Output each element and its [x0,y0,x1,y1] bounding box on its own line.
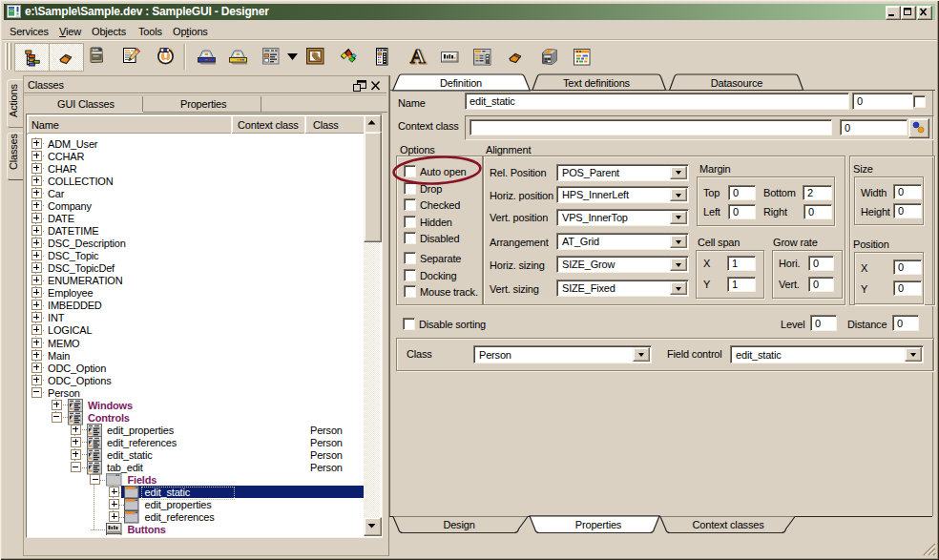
svg-text:A: A [410,46,426,66]
